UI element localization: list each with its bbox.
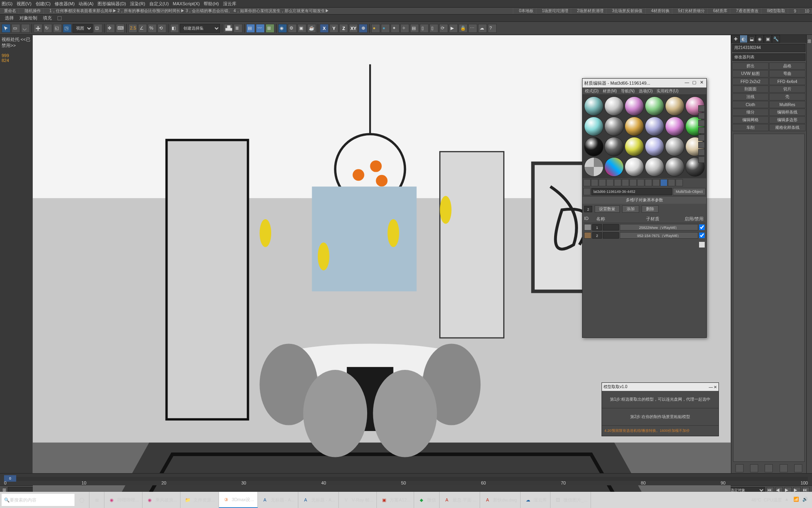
menu-item[interactable]: 创建(C): [36, 1, 51, 7]
material-sphere[interactable]: [584, 117, 604, 136]
schematic-tool[interactable]: ⊞: [266, 24, 274, 33]
get-mat-icon[interactable]: [583, 179, 591, 186]
material-sphere[interactable]: [604, 96, 624, 116]
render-tool[interactable]: ☕: [307, 24, 316, 33]
axis-xy[interactable]: XY: [349, 24, 358, 33]
hint-cell[interactable]: 4材质转换: [649, 8, 673, 14]
modifier-button[interactable]: FFD 2x2x2: [732, 78, 769, 85]
material-sphere[interactable]: [604, 157, 624, 177]
material-type-button[interactable]: Multi/Sub-Object: [673, 188, 706, 195]
move-tool[interactable]: [34, 24, 43, 33]
system-tray[interactable]: 46°C CPU温度 ▲ 📶 🔊: [748, 497, 812, 503]
panel-toggle[interactable]: 总选所没用材通: [806, 35, 812, 473]
tray-icon[interactable]: ▲: [784, 497, 791, 503]
menu-item[interactable]: 图(G): [2, 1, 13, 7]
modifier-button[interactable]: 壳: [769, 93, 806, 100]
menu-item[interactable]: 图形编辑器(D): [98, 1, 126, 7]
add-button[interactable]: 添加: [622, 205, 639, 213]
hint-cell[interactable]: 8模型取取: [765, 8, 789, 14]
utilities-tab-icon[interactable]: 🔧: [772, 35, 780, 43]
mat-name-input[interactable]: [603, 224, 619, 231]
config-icon[interactable]: [794, 464, 802, 472]
enable-checkbox[interactable]: [699, 224, 705, 230]
picker-icon[interactable]: [583, 188, 591, 195]
close-icon[interactable]: ✕: [698, 80, 705, 86]
material-sphere[interactable]: [645, 157, 664, 177]
material-sphere[interactable]: [625, 157, 644, 177]
lock-icon[interactable]: 🔒: [459, 24, 468, 33]
material-sphere[interactable]: [584, 96, 604, 116]
taskbar-item[interactable]: ☁渲云库: [521, 492, 551, 508]
material-sphere[interactable]: [625, 96, 644, 116]
axis-y[interactable]: Y: [329, 24, 338, 33]
taskbar-item[interactable]: ◆微信: [414, 492, 440, 508]
taskbar-item[interactable]: VV-Ray 帧...: [339, 492, 377, 508]
copy-mat-icon[interactable]: [614, 179, 621, 186]
modifier-button[interactable]: 车削: [732, 124, 769, 131]
modifier-button[interactable]: UVW 贴图: [732, 70, 769, 77]
show-map-icon[interactable]: [645, 179, 652, 186]
material-name-input[interactable]: [591, 188, 672, 195]
percent-snap[interactable]: %: [148, 24, 157, 33]
render-frame-tool[interactable]: ▣: [298, 24, 306, 33]
list-icon[interactable]: ▤: [410, 24, 419, 33]
reset-mat-icon[interactable]: [606, 179, 614, 186]
material-sphere[interactable]: [665, 96, 684, 116]
modifier-button[interactable]: MultiRes: [769, 101, 806, 108]
menu-item[interactable]: 帮助(H): [204, 1, 219, 7]
hint-cell[interactable]: 10: [802, 9, 812, 13]
mat-menu[interactable]: 模式(D): [585, 88, 599, 94]
page2-icon[interactable]: ▯: [429, 24, 438, 33]
more-icon[interactable]: ⋯: [468, 24, 477, 33]
sel-label[interactable]: 选择: [5, 15, 14, 21]
modifier-button[interactable]: 晶格: [769, 62, 806, 70]
hint-cell[interactable]: 7通道图查改: [733, 8, 761, 14]
minimize-icon[interactable]: —: [684, 80, 690, 86]
sample-tool-icon[interactable]: [698, 142, 705, 148]
menu-item[interactable]: 自定义(U): [149, 1, 169, 7]
menu-item[interactable]: 视图(V): [17, 1, 32, 7]
modifier-button[interactable]: 编辑样条线: [769, 109, 806, 116]
hint-cell[interactable]: 3去场景反射插值: [610, 8, 646, 14]
task-view-icon[interactable]: ⊞: [89, 492, 104, 508]
material-sphere[interactable]: [604, 117, 624, 136]
use-center-tool[interactable]: ⊡: [94, 24, 102, 33]
taskbar-item[interactable]: A无标题 - A...: [298, 492, 339, 508]
modifier-list-dropdown[interactable]: 修改器列表: [732, 53, 806, 61]
menu-item[interactable]: 动画(A): [79, 1, 94, 7]
enable-checkbox[interactable]: [699, 233, 705, 238]
material-sphere[interactable]: [645, 117, 664, 136]
select-lasso-tool[interactable]: ◡: [21, 24, 30, 33]
hint-cell[interactable]: 5灯光材质细分: [676, 8, 708, 14]
mat-id[interactable]: 2: [592, 232, 602, 239]
create-tab-icon[interactable]: ✚: [731, 35, 740, 43]
spinner-snap[interactable]: ⟲: [157, 24, 166, 33]
mat-menu[interactable]: 选项(O): [639, 88, 653, 94]
named-sel-tool[interactable]: ◧: [170, 24, 179, 33]
model-extract-window[interactable]: 模型取取v1.0 — ✕ 第1步:框选要取出的模型，可以连光盘网，代理一起选中 …: [602, 382, 719, 436]
hint-cell[interactable]: 1场景坨坨清理: [540, 8, 572, 14]
unique-icon[interactable]: [765, 464, 773, 472]
put-mat-icon[interactable]: [591, 179, 598, 186]
modifier-button[interactable]: FFD 4x4x4: [769, 78, 806, 85]
sample-tool-icon[interactable]: [698, 127, 705, 134]
refresh-icon[interactable]: ⟳: [439, 24, 448, 33]
named-sel-dropdown[interactable]: 创建选择集: [180, 24, 220, 33]
mat-menu[interactable]: 导航(N): [621, 88, 635, 94]
modifier-button[interactable]: 法线: [732, 93, 769, 100]
pin-icon[interactable]: [735, 464, 744, 472]
mat-id[interactable]: 1: [592, 224, 602, 231]
hint-cell[interactable]: 重命名: [2, 8, 19, 14]
timeline[interactable]: 0 0102030405060708090100: [0, 473, 812, 485]
go-parent-icon[interactable]: [660, 179, 667, 186]
taskbar-item[interactable]: ◉哔哩哔哩...: [104, 492, 142, 508]
sample-tool-icon[interactable]: [698, 149, 705, 156]
delete-button[interactable]: 删除: [642, 205, 659, 213]
volume-icon[interactable]: 🔊: [802, 497, 809, 503]
go-forward-icon[interactable]: [668, 179, 675, 186]
sample-tool-icon[interactable]: [698, 134, 705, 141]
sub-mat-button[interactable]: 25822Www（VRayMtl）: [620, 224, 698, 231]
material-sphere[interactable]: [625, 117, 644, 136]
modifier-button[interactable]: 剖面面: [732, 85, 769, 93]
material-sphere[interactable]: [584, 137, 604, 156]
